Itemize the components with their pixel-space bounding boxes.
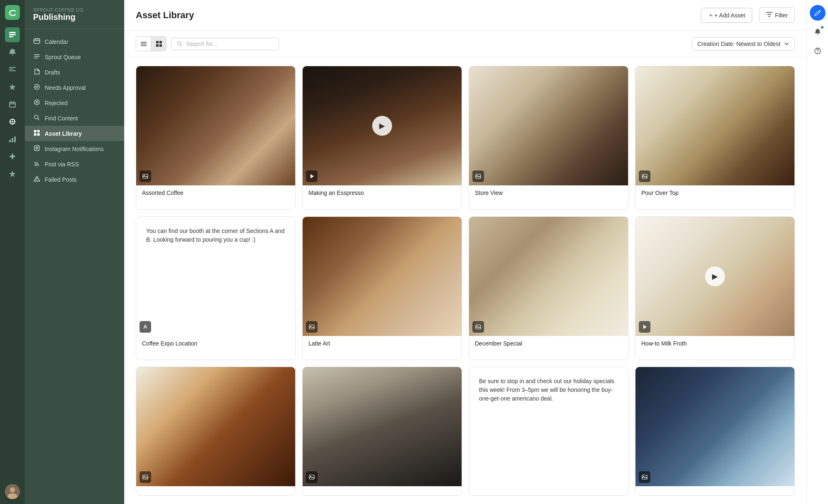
asset-card-5[interactable]: You can find our booth at the corner of … (136, 216, 296, 360)
asset-card-12[interactable] (635, 367, 795, 496)
app-logo[interactable] (5, 5, 20, 20)
sidebar-item-calendar[interactable]: Calendar (25, 34, 124, 49)
sidebar-item-asset-library[interactable]: Asset Library (25, 126, 124, 141)
sidebar-item-instagram-notifications[interactable]: Instagram Notifications (25, 141, 124, 156)
rail-inbox-icon[interactable] (5, 62, 20, 77)
rss-icon (33, 160, 41, 168)
brand-header: Sprout Coffee Co. Publishing (25, 0, 124, 29)
rail-tools-icon[interactable] (5, 149, 20, 164)
asset-title-3: Store View (469, 185, 628, 200)
notification-dot (821, 26, 824, 29)
sidebar-item-needs-approval[interactable]: Needs Approval (25, 80, 124, 95)
user-avatar[interactable] (5, 484, 20, 499)
top-bar: Asset Library ＋ + Add Asset Filter (124, 0, 806, 31)
chevron-down-icon (784, 41, 789, 47)
rail-pin-icon[interactable] (5, 79, 20, 94)
svg-point-5 (12, 121, 13, 122)
toolbar: Creation Date: Newest to Oldest (124, 31, 806, 58)
image-badge-1 (140, 170, 151, 182)
rail-schedule-icon[interactable] (5, 97, 20, 112)
asset-card-6[interactable]: Latte Art (302, 216, 462, 360)
sidebar-item-post-via-rss[interactable]: Post via RSS (25, 156, 124, 172)
asset-card-9[interactable] (136, 367, 296, 496)
asset-card-7[interactable]: December Special (469, 216, 628, 360)
asset-thumbnail-7 (469, 217, 628, 336)
add-asset-button[interactable]: ＋ + Add Asset (701, 8, 752, 23)
image-badge-7 (472, 321, 484, 333)
asset-title-1: Assorted Coffee (136, 185, 295, 200)
sidebar-item-drafts[interactable]: Drafts (25, 65, 124, 80)
search-input[interactable] (186, 41, 274, 47)
asset-card-11[interactable]: Be sure to stop in and check out our hol… (469, 367, 628, 496)
asset-thumbnail-3 (469, 66, 628, 185)
svg-rect-14 (34, 39, 40, 43)
compose-button[interactable] (810, 5, 826, 21)
page-title: Asset Library (136, 10, 694, 21)
play-button-2[interactable]: ▶ (372, 116, 392, 136)
asset-thumbnail-11: Be sure to stop in and check out our hol… (469, 367, 628, 486)
asset-card-10[interactable] (302, 367, 462, 496)
asset-thumbnail-8: ▶ (635, 217, 794, 336)
svg-rect-3 (10, 102, 15, 107)
svg-point-53 (817, 52, 818, 53)
rail-notifications-icon[interactable] (5, 45, 20, 60)
asset-card-4[interactable]: Pour Over Top (635, 66, 795, 210)
filter-button[interactable]: Filter (759, 7, 795, 23)
sidebar-item-find-content[interactable]: Find Content (25, 110, 124, 126)
asset-thumbnail-5: You can find our booth at the corner of … (136, 217, 295, 336)
image-badge-6 (306, 321, 318, 333)
svg-rect-26 (141, 42, 147, 43)
sidebar-item-sprout-queue[interactable]: Sprout Queue (25, 49, 124, 65)
search-icon (177, 41, 183, 47)
instagram-icon (33, 145, 41, 153)
help-button[interactable] (810, 43, 826, 59)
drafts-icon (33, 68, 41, 76)
search-box[interactable] (171, 38, 279, 50)
brand-sub: Sprout Coffee Co. (33, 7, 116, 12)
text-asset-content-11: Be sure to stop in and check out our hol… (479, 377, 618, 403)
asset-thumbnail-9 (136, 367, 295, 486)
svg-rect-27 (141, 43, 147, 44)
image-badge-9 (140, 471, 151, 483)
play-button-8[interactable]: ▶ (705, 266, 725, 286)
asset-library-icon (33, 130, 41, 137)
notifications-button[interactable] (810, 24, 826, 40)
add-icon: ＋ (708, 12, 714, 19)
image-badge-12 (639, 471, 650, 483)
sidebar-item-rejected[interactable]: Rejected (25, 95, 124, 110)
sidebar: Sprout Coffee Co. Publishing Calendar Sp… (25, 0, 124, 504)
asset-thumbnail-2: ▶ (303, 66, 462, 185)
list-view-button[interactable] (136, 37, 151, 51)
rail-publishing-icon[interactable] (5, 27, 20, 42)
asset-card-8[interactable]: ▶ How-to Milk Froth (635, 216, 795, 360)
svg-rect-21 (37, 133, 40, 136)
svg-marker-45 (643, 325, 647, 329)
rail-analytics-icon[interactable] (5, 132, 20, 146)
svg-rect-2 (9, 36, 13, 37)
rail-asset-icon[interactable] (5, 114, 20, 129)
asset-card-1[interactable]: Assorted Coffee (136, 66, 296, 210)
failed-posts-icon (33, 175, 41, 183)
right-rail (806, 0, 828, 504)
rail-star-icon[interactable] (5, 166, 20, 181)
asset-title-4: Pour Over Top (635, 185, 794, 200)
grid-view-button[interactable] (151, 37, 166, 51)
svg-point-24 (38, 146, 39, 147)
icon-rail (0, 0, 25, 504)
sort-dropdown[interactable]: Creation Date: Newest to Oldest (692, 37, 795, 50)
svg-rect-8 (14, 137, 16, 142)
svg-rect-10 (12, 154, 13, 159)
asset-card-3[interactable]: Store View (469, 66, 628, 210)
calendar-icon (33, 38, 41, 46)
svg-rect-22 (34, 146, 39, 151)
svg-rect-19 (37, 130, 40, 132)
asset-thumbnail-4 (635, 66, 794, 185)
video-badge-2 (306, 170, 318, 182)
svg-rect-7 (12, 138, 13, 142)
asset-card-2[interactable]: ▶ Making an Esspresso (302, 66, 462, 210)
asset-thumbnail-6 (303, 217, 462, 336)
image-badge-4 (639, 170, 650, 182)
sidebar-item-failed-posts[interactable]: Failed Posts (25, 172, 124, 187)
svg-point-25 (35, 165, 36, 166)
asset-grid: Assorted Coffee ▶ Making an Esspresso St… (124, 58, 806, 504)
